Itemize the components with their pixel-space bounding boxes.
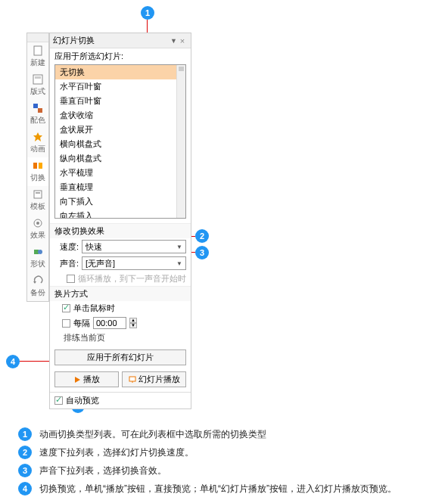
every-checkbox[interactable]	[62, 319, 70, 328]
speed-combo[interactable]: 快速 ▼	[82, 240, 186, 253]
list-item[interactable]: 垂直梳理	[55, 180, 185, 194]
every-time-input[interactable]	[93, 317, 126, 329]
chevron-down-icon[interactable]: ▼	[170, 37, 177, 45]
svg-rect-2	[35, 76, 41, 79]
loop-row: 循环播放，到下一声音开始时	[50, 272, 191, 286]
callout-3: 3	[195, 246, 209, 259]
list-item[interactable]: 盒状展开	[55, 123, 185, 137]
sound-label: 声音:	[54, 258, 79, 269]
anim-icon	[33, 132, 43, 142]
list-item[interactable]: 向左插入	[55, 209, 185, 218]
svg-rect-6	[33, 163, 37, 169]
transition-icon	[33, 160, 43, 171]
chevron-down-icon: ▼	[176, 260, 182, 267]
slideshow-label: 幻灯片播放	[138, 374, 180, 385]
svg-rect-9	[36, 192, 40, 194]
every-label: 每隔	[73, 318, 90, 329]
svg-point-13	[38, 250, 42, 254]
sidebar: 新建 版式 配色 动画 切换 模板 效果 形状 备份	[26, 33, 49, 302]
legend-num-2: 2	[18, 446, 32, 459]
every-row: 每隔 ▲▼	[50, 315, 191, 331]
shape-icon	[33, 247, 43, 257]
svg-rect-0	[34, 46, 42, 55]
svg-point-11	[36, 222, 39, 225]
svg-rect-4	[38, 108, 42, 113]
play-button[interactable]: 播放	[54, 371, 119, 387]
list-item[interactable]: 纵向棋盘式	[55, 151, 185, 166]
legend-num-4: 4	[18, 482, 32, 495]
list-item[interactable]: 水平百叶窗	[55, 79, 185, 94]
sound-combo[interactable]: [无声音] ▼	[82, 256, 186, 270]
sidebar-item-backup[interactable]: 备份	[27, 272, 48, 301]
template-icon	[33, 189, 43, 200]
spin-down-icon[interactable]: ▼	[129, 323, 137, 328]
svg-rect-16	[129, 377, 135, 381]
list-inner: 无切换 水平百叶窗 垂直百叶窗 盒状收缩 盒状展开 横向棋盘式 纵向棋盘式 水平…	[55, 65, 185, 218]
legend-text-4: 切换预览，单机“播放”按钮，直接预览；单机“幻灯片播放”按钮，进入幻灯片播放页预…	[39, 482, 436, 495]
sidebar-label: 效果	[30, 230, 45, 241]
sidebar-item-shape[interactable]: 形状	[27, 244, 48, 272]
list-item[interactable]: 横向棋盘式	[55, 137, 185, 151]
scrollbar[interactable]	[176, 65, 185, 218]
sidebar-label: 版式	[30, 86, 45, 97]
list-item[interactable]: 盒状收缩	[55, 108, 185, 123]
callout-1: 1	[141, 6, 154, 20]
sidebar-label: 配色	[30, 115, 45, 126]
svg-rect-3	[33, 104, 38, 108]
sidebar-label: 模板	[30, 201, 45, 212]
onclick-label: 单击鼠标时	[73, 303, 115, 314]
speed-label: 速度:	[54, 241, 79, 253]
apply-all-label: 应用于所有幻灯片	[87, 352, 154, 363]
close-icon[interactable]: ×	[177, 36, 188, 45]
loop-checkbox[interactable]	[67, 275, 75, 283]
sidebar-item-layout[interactable]: 版式	[27, 71, 48, 100]
sidebar-label: 动画	[30, 144, 45, 154]
svg-rect-8	[34, 191, 42, 198]
list-item[interactable]: 向下插入	[55, 194, 185, 209]
apply-all-button[interactable]: 应用于所有幻灯片	[54, 349, 186, 365]
scroll-thumb[interactable]	[179, 67, 184, 71]
list-item[interactable]: 垂直百叶窗	[55, 94, 185, 108]
rehearse-link[interactable]: 排练当前页	[50, 331, 191, 346]
legend: 1动画切换类型列表。可在此列表框中选取所需的切换类型 2速度下拉列表，选择幻灯片…	[18, 427, 436, 497]
play-icon	[73, 376, 81, 384]
panel-header: 幻灯片切换 ▼ ×	[50, 33, 191, 48]
sidebar-item-template[interactable]: 模板	[27, 186, 48, 215]
svg-marker-14	[33, 281, 36, 284]
auto-preview-checkbox[interactable]	[54, 396, 63, 405]
onclick-row: 单击鼠标时	[50, 301, 191, 315]
svg-marker-5	[33, 132, 42, 141]
chevron-down-icon: ▼	[176, 244, 182, 250]
sidebar-item-anim[interactable]: 动画	[27, 129, 48, 157]
sound-row: 声音: [无声音] ▼	[50, 255, 191, 272]
sidebar-item-new[interactable]: 新建	[27, 42, 48, 71]
auto-preview-row: 自动预览	[50, 392, 191, 408]
sidebar-item-transition[interactable]: 切换	[27, 157, 48, 186]
transition-panel: 幻灯片切换 ▼ × 应用于所选幻灯片: 无切换 水平百叶窗 垂直百叶窗 盒状收缩…	[49, 33, 191, 409]
legend-text-3: 声音下拉列表，选择切换音效。	[39, 464, 436, 477]
svg-rect-7	[39, 163, 42, 169]
legend-text-2: 速度下拉列表，选择幻灯片切换速度。	[39, 446, 436, 459]
onclick-checkbox[interactable]	[62, 304, 70, 312]
list-item[interactable]: 水平梳理	[55, 166, 185, 180]
list-item[interactable]: 无切换	[55, 65, 185, 79]
legend-num-3: 3	[18, 464, 32, 477]
sidebar-collapse[interactable]	[27, 33, 48, 42]
apply-to-label: 应用于所选幻灯片:	[50, 48, 191, 64]
sidebar-label: 切换	[30, 172, 45, 183]
slideshow-button[interactable]: 幻灯片播放	[122, 371, 186, 387]
new-icon	[33, 45, 43, 56]
sidebar-label: 形状	[30, 259, 45, 269]
transition-listbox[interactable]: 无切换 水平百叶窗 垂直百叶窗 盒状收缩 盒状展开 横向棋盘式 纵向棋盘式 水平…	[54, 64, 186, 219]
sound-value: [无声音]	[86, 258, 176, 269]
auto-preview-label: 自动预览	[66, 395, 99, 406]
modify-title: 修改切换效果	[50, 223, 191, 238]
sidebar-item-effect[interactable]: 效果	[27, 215, 48, 244]
svg-marker-15	[75, 377, 80, 383]
sidebar-label: 新建	[30, 57, 45, 68]
spin-up-icon[interactable]: ▲	[129, 318, 137, 323]
sidebar-label: 备份	[30, 287, 45, 298]
sidebar-item-color[interactable]: 配色	[27, 100, 48, 129]
time-spinner[interactable]: ▲▼	[129, 318, 137, 328]
color-icon	[33, 103, 43, 113]
